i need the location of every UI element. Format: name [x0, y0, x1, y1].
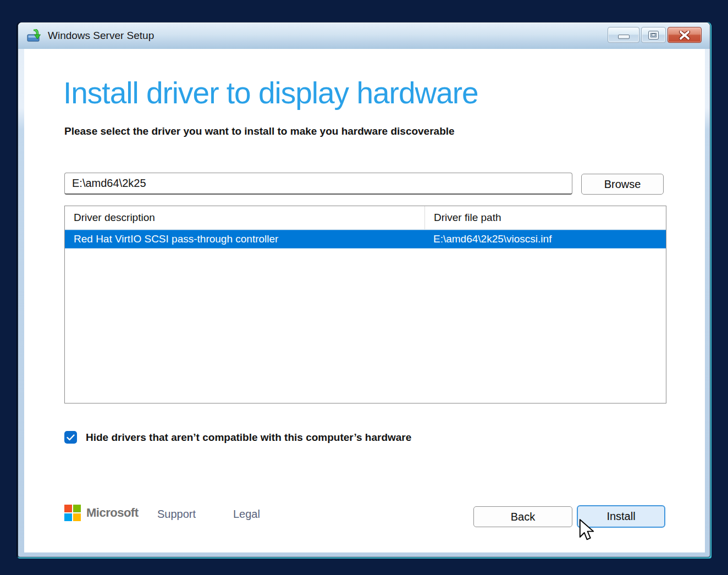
- browse-button[interactable]: Browse: [581, 174, 664, 195]
- close-button[interactable]: [668, 27, 702, 43]
- titlebar[interactable]: Windows Server Setup: [18, 23, 710, 49]
- driver-table: Driver description Driver file path Red …: [64, 206, 666, 403]
- column-header-driver-description[interactable]: Driver description: [65, 206, 424, 229]
- client-area: Install driver to display hardware Pleas…: [24, 49, 705, 552]
- window-controls: [608, 27, 702, 43]
- maximize-icon: [649, 31, 658, 39]
- installer-icon[interactable]: [27, 29, 41, 42]
- window-title: Windows Server Setup: [48, 30, 154, 42]
- support-link[interactable]: Support: [157, 508, 196, 521]
- setup-window: Windows Server Setup Install driver to d…: [18, 22, 710, 557]
- page-title: Install driver to display hardware: [63, 75, 478, 110]
- microsoft-wordmark: Microsoft: [86, 506, 139, 520]
- install-button[interactable]: Install: [577, 505, 665, 528]
- driver-path-input[interactable]: [64, 173, 572, 195]
- minimize-button[interactable]: [608, 27, 639, 43]
- checkbox-label: Hide drivers that aren’t compatible with…: [86, 432, 411, 444]
- driver-file-path-cell: E:\amd64\2k25\vioscsi.inf: [424, 230, 666, 248]
- legal-link[interactable]: Legal: [233, 508, 260, 521]
- minimize-icon: [618, 35, 630, 39]
- microsoft-logo[interactable]: Microsoft: [64, 505, 139, 521]
- driver-description-cell: Red Hat VirtIO SCSI pass-through control…: [65, 230, 424, 248]
- page-subtitle: Please select the driver you want to ins…: [64, 125, 455, 137]
- checkbox-checked-icon[interactable]: [64, 431, 77, 444]
- column-header-driver-file-path[interactable]: Driver file path: [424, 206, 666, 229]
- maximize-button[interactable]: [641, 27, 666, 43]
- microsoft-logo-icon: [64, 505, 81, 521]
- table-row[interactable]: Red Hat VirtIO SCSI pass-through control…: [65, 230, 666, 248]
- close-icon: [679, 31, 690, 40]
- back-button[interactable]: Back: [473, 506, 572, 527]
- table-header: Driver description Driver file path: [65, 206, 666, 230]
- hide-drivers-checkbox[interactable]: Hide drivers that aren’t compatible with…: [64, 431, 411, 444]
